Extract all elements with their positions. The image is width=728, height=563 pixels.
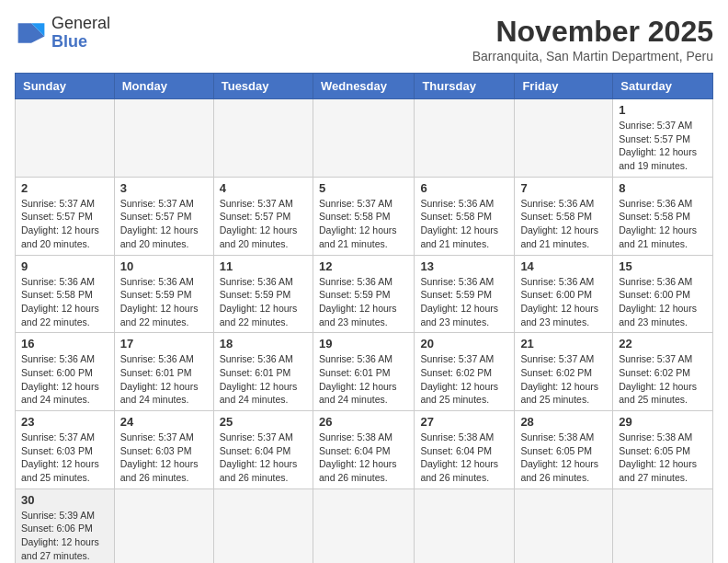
day-number: 19 [319, 337, 408, 350]
day-info: Sunrise: 5:38 AM Sunset: 6:04 PM Dayligh… [319, 431, 408, 485]
calendar-cell [114, 99, 213, 178]
calendar-cell: 7Sunrise: 5:36 AM Sunset: 5:58 PM Daylig… [515, 177, 613, 255]
calendar-cell: 10Sunrise: 5:36 AM Sunset: 5:59 PM Dayli… [114, 255, 213, 333]
header: General Blue November 2025 Barranquita, … [15, 15, 713, 63]
calendar-cell [515, 99, 613, 178]
day-number: 26 [319, 415, 408, 429]
calendar-cell: 18Sunrise: 5:36 AM Sunset: 6:01 PM Dayli… [213, 333, 313, 411]
day-info: Sunrise: 5:36 AM Sunset: 6:01 PM Dayligh… [120, 352, 208, 407]
calendar-cell: 9Sunrise: 5:36 AM Sunset: 5:58 PM Daylig… [16, 255, 115, 333]
calendar-header-row: SundayMondayTuesdayWednesdayThursdayFrid… [16, 74, 713, 99]
calendar-cell: 5Sunrise: 5:37 AM Sunset: 5:58 PM Daylig… [313, 177, 414, 255]
day-info: Sunrise: 5:37 AM Sunset: 6:02 PM Dayligh… [520, 352, 607, 407]
day-number: 14 [520, 259, 607, 273]
day-number: 25 [220, 415, 307, 429]
calendar-cell [313, 99, 414, 178]
day-number: 11 [220, 259, 307, 273]
logo: General Blue [15, 15, 110, 52]
calendar-cell: 27Sunrise: 5:38 AM Sunset: 6:04 PM Dayli… [415, 411, 515, 489]
weekday-header-sunday: Sunday [16, 74, 115, 99]
weekday-header-friday: Friday [515, 74, 613, 99]
weekday-header-tuesday: Tuesday [213, 74, 313, 99]
month-title: November 2025 [472, 15, 713, 49]
calendar-cell [213, 488, 313, 563]
day-number: 2 [21, 181, 108, 195]
calendar-cell: 26Sunrise: 5:38 AM Sunset: 6:04 PM Dayli… [313, 411, 414, 489]
day-info: Sunrise: 5:36 AM Sunset: 5:58 PM Dayligh… [420, 197, 508, 251]
day-number: 12 [319, 259, 408, 273]
day-info: Sunrise: 5:36 AM Sunset: 6:01 PM Dayligh… [319, 352, 408, 407]
calendar-cell [16, 99, 115, 178]
calendar-cell [613, 488, 713, 563]
day-number: 7 [520, 181, 607, 195]
calendar-cell: 3Sunrise: 5:37 AM Sunset: 5:57 PM Daylig… [114, 177, 213, 255]
day-info: Sunrise: 5:37 AM Sunset: 6:04 PM Dayligh… [220, 431, 307, 485]
weekday-header-monday: Monday [114, 74, 213, 99]
calendar-week-row: 9Sunrise: 5:36 AM Sunset: 5:58 PM Daylig… [16, 255, 713, 333]
day-info: Sunrise: 5:37 AM Sunset: 6:02 PM Dayligh… [420, 352, 508, 407]
day-info: Sunrise: 5:36 AM Sunset: 5:58 PM Dayligh… [21, 275, 108, 329]
calendar-cell: 8Sunrise: 5:36 AM Sunset: 5:58 PM Daylig… [613, 177, 713, 255]
calendar-cell: 21Sunrise: 5:37 AM Sunset: 6:02 PM Dayli… [515, 333, 613, 411]
day-info: Sunrise: 5:37 AM Sunset: 6:03 PM Dayligh… [120, 431, 208, 485]
day-info: Sunrise: 5:36 AM Sunset: 5:59 PM Dayligh… [120, 275, 208, 329]
logo-text: General Blue [51, 15, 110, 52]
day-info: Sunrise: 5:36 AM Sunset: 6:00 PM Dayligh… [619, 275, 707, 329]
day-info: Sunrise: 5:36 AM Sunset: 5:59 PM Dayligh… [220, 275, 307, 329]
calendar-cell: 11Sunrise: 5:36 AM Sunset: 5:59 PM Dayli… [213, 255, 313, 333]
calendar-cell [313, 488, 414, 563]
calendar-week-row: 23Sunrise: 5:37 AM Sunset: 6:03 PM Dayli… [16, 411, 713, 489]
day-number: 27 [420, 415, 508, 429]
day-number: 18 [220, 337, 307, 350]
day-number: 3 [120, 181, 208, 195]
calendar: SundayMondayTuesdayWednesdayThursdayFrid… [15, 73, 713, 563]
day-info: Sunrise: 5:37 AM Sunset: 5:58 PM Dayligh… [319, 197, 408, 251]
day-number: 5 [319, 181, 408, 195]
day-number: 16 [21, 337, 108, 350]
day-info: Sunrise: 5:37 AM Sunset: 6:02 PM Dayligh… [619, 352, 707, 407]
calendar-cell [415, 99, 515, 178]
calendar-cell: 28Sunrise: 5:38 AM Sunset: 6:05 PM Dayli… [515, 411, 613, 489]
day-number: 10 [120, 259, 208, 273]
calendar-cell: 29Sunrise: 5:38 AM Sunset: 6:05 PM Dayli… [613, 411, 713, 489]
day-info: Sunrise: 5:36 AM Sunset: 5:58 PM Dayligh… [619, 197, 707, 251]
calendar-cell: 2Sunrise: 5:37 AM Sunset: 5:57 PM Daylig… [16, 177, 115, 255]
calendar-cell [213, 99, 313, 178]
calendar-cell: 14Sunrise: 5:36 AM Sunset: 6:00 PM Dayli… [515, 255, 613, 333]
calendar-week-row: 30Sunrise: 5:39 AM Sunset: 6:06 PM Dayli… [16, 488, 713, 563]
logo-icon [15, 17, 48, 50]
day-info: Sunrise: 5:36 AM Sunset: 6:00 PM Dayligh… [21, 352, 108, 407]
day-number: 22 [619, 337, 707, 350]
calendar-cell [114, 488, 213, 563]
calendar-week-row: 1Sunrise: 5:37 AM Sunset: 5:57 PM Daylig… [16, 99, 713, 178]
day-number: 1 [619, 103, 707, 117]
day-info: Sunrise: 5:37 AM Sunset: 5:57 PM Dayligh… [120, 197, 208, 251]
day-info: Sunrise: 5:37 AM Sunset: 5:57 PM Dayligh… [619, 119, 707, 173]
day-number: 29 [619, 415, 707, 429]
calendar-cell: 12Sunrise: 5:36 AM Sunset: 5:59 PM Dayli… [313, 255, 414, 333]
day-number: 9 [21, 259, 108, 273]
day-number: 21 [520, 337, 607, 350]
day-number: 30 [21, 493, 108, 507]
day-number: 8 [619, 181, 707, 195]
weekday-header-thursday: Thursday [415, 74, 515, 99]
day-number: 17 [120, 337, 208, 350]
day-info: Sunrise: 5:36 AM Sunset: 5:59 PM Dayligh… [420, 275, 508, 329]
day-number: 28 [520, 415, 607, 429]
day-number: 13 [420, 259, 508, 273]
weekday-header-wednesday: Wednesday [313, 74, 414, 99]
day-info: Sunrise: 5:37 AM Sunset: 5:57 PM Dayligh… [21, 197, 108, 251]
calendar-cell [415, 488, 515, 563]
day-info: Sunrise: 5:37 AM Sunset: 5:57 PM Dayligh… [220, 197, 307, 251]
calendar-cell: 13Sunrise: 5:36 AM Sunset: 5:59 PM Dayli… [415, 255, 515, 333]
day-number: 24 [120, 415, 208, 429]
title-area: November 2025 Barranquita, San Martin De… [472, 15, 713, 63]
day-number: 20 [420, 337, 508, 350]
calendar-cell: 15Sunrise: 5:36 AM Sunset: 6:00 PM Dayli… [613, 255, 713, 333]
calendar-cell: 19Sunrise: 5:36 AM Sunset: 6:01 PM Dayli… [313, 333, 414, 411]
calendar-cell: 4Sunrise: 5:37 AM Sunset: 5:57 PM Daylig… [213, 177, 313, 255]
calendar-cell [515, 488, 613, 563]
calendar-cell: 6Sunrise: 5:36 AM Sunset: 5:58 PM Daylig… [415, 177, 515, 255]
day-info: Sunrise: 5:38 AM Sunset: 6:04 PM Dayligh… [420, 431, 508, 485]
calendar-cell: 20Sunrise: 5:37 AM Sunset: 6:02 PM Dayli… [415, 333, 515, 411]
